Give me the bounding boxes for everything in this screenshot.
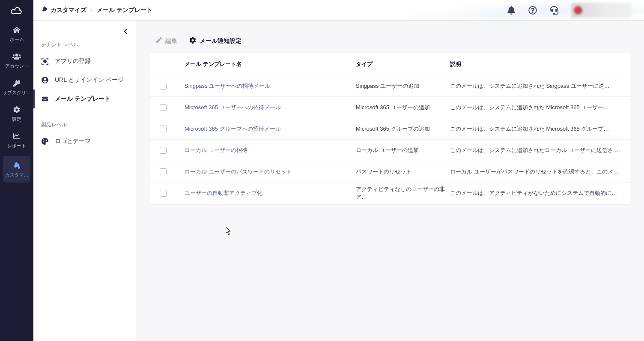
user-globe-icon <box>41 77 49 84</box>
table-row: ローカル ユーザーのパスワードのリセット パスワードのリセット ローカル ユーザ… <box>150 161 630 182</box>
panel-item-app-registration[interactable]: アプリの登録 <box>33 52 136 71</box>
template-type: Microsoft 365 グループの追加 <box>356 125 450 133</box>
mail-templates-table: メール テンプレート名 タイプ 説明 Singpass ユーザーへの招待メール … <box>150 53 630 204</box>
panel-section-tenant: テナント レベル <box>33 28 136 52</box>
user-avatar[interactable] <box>571 3 631 18</box>
brush-icon <box>13 162 20 170</box>
app-tile-icon <box>41 58 49 65</box>
panel-item-label: メール テンプレート <box>55 95 110 103</box>
nav-item-home[interactable]: ホーム <box>0 21 33 47</box>
palette-icon <box>41 138 49 145</box>
chart-icon <box>13 133 21 141</box>
table-row: ローカル ユーザーの招待 ローカル ユーザーの追加 このメールは、システムに追加… <box>150 140 630 161</box>
template-desc: このメールは、アクティビティがないためにシステムで自動的に非ア… <box>450 189 625 197</box>
mail-settings-button[interactable]: メール通知設定 <box>189 37 242 45</box>
panel-item-label: ロゴとテーマ <box>55 138 91 145</box>
toolbar: 編集 メール通知設定 <box>143 31 637 53</box>
side-panel: テナント レベル アプリの登録 URL とサインイン ページ メール テンプレー… <box>33 21 136 341</box>
nav-item-label: 設定 <box>12 116 21 123</box>
template-name-link[interactable]: Singpass ユーザーへの招待メール <box>185 82 356 90</box>
template-name-link[interactable]: ローカル ユーザーの招待 <box>185 147 356 154</box>
home-icon <box>13 27 21 34</box>
row-checkbox[interactable] <box>160 104 167 111</box>
template-name-link[interactable]: ローカル ユーザーのパスワードのリセット <box>185 168 356 176</box>
pencil-icon <box>156 37 162 45</box>
template-type: パスワードのリセット <box>356 168 450 176</box>
nav-rail: ホーム アカウント サブスクリ… 設定 レポート カスタマ… <box>0 0 33 341</box>
panel-item-label: URL とサインイン ページ <box>55 76 124 84</box>
nav-item-label: カスタマ… <box>5 172 29 178</box>
col-header-type: タイプ <box>356 60 450 68</box>
table-row: Microsoft 365 ユーザーへの招待メール Microsoft 365 … <box>150 97 630 118</box>
table-header: メール テンプレート名 タイプ 説明 <box>150 53 630 75</box>
bell-icon[interactable] <box>507 6 516 15</box>
template-type: アクティビティなしのユーザーの非ア… <box>356 185 450 201</box>
table-row: Microsoft 365 グループへの招待メール Microsoft 365 … <box>150 118 630 140</box>
breadcrumb-current: メール テンプレート <box>97 6 152 14</box>
gear-icon <box>189 37 196 45</box>
mail-settings-button-label: メール通知設定 <box>200 37 242 45</box>
nav-item-account[interactable]: アカウント <box>0 47 33 74</box>
table-row: Singpass ユーザーへの招待メール Singpass ユーザーの追加 この… <box>150 75 630 97</box>
mail-icon <box>41 96 49 102</box>
row-checkbox[interactable] <box>160 190 167 197</box>
header-icons <box>507 3 635 18</box>
col-header-name: メール テンプレート名 <box>185 60 356 68</box>
headset-icon[interactable] <box>550 6 558 15</box>
template-desc: このメールは、システムに追加されたローカル ユーザーに送信さ… <box>450 147 625 154</box>
col-header-desc: 説明 <box>450 60 625 68</box>
row-checkbox[interactable] <box>160 147 167 154</box>
main-content: 編集 メール通知設定 メール テンプレート名 タイプ 説明 Singpass ユ… <box>136 21 644 341</box>
table-row: ユーザーの自動非アクティブ化 アクティビティなしのユーザーの非ア… このメールは… <box>150 182 630 204</box>
breadcrumb-parent-label: カスタマイズ <box>51 6 86 14</box>
edit-button-label: 編集 <box>165 37 177 45</box>
panel-item-mail-template[interactable]: メール テンプレート <box>33 90 136 108</box>
template-desc: このメールは、システムに追加された Microsoft 365 ユーザー… <box>450 104 625 111</box>
help-icon[interactable] <box>528 6 537 15</box>
users-icon <box>12 53 21 61</box>
template-type: Microsoft 365 ユーザーの追加 <box>356 104 450 111</box>
breadcrumb-separator: / <box>91 7 92 14</box>
template-name-link[interactable]: Microsoft 365 ユーザーへの招待メール <box>185 104 356 111</box>
nav-item-label: ホーム <box>10 36 24 43</box>
nav-item-label: レポート <box>7 143 26 149</box>
key-icon <box>13 80 20 87</box>
brush-icon <box>42 6 48 14</box>
nav-item-customize[interactable]: カスタマ… <box>3 156 30 182</box>
template-desc: このメールは、システムに追加された Microsoft 365 グループ… <box>450 125 625 133</box>
template-name-link[interactable]: Microsoft 365 グループへの招待メール <box>185 125 356 133</box>
panel-item-logo-theme[interactable]: ロゴとテーマ <box>33 132 136 151</box>
panel-section-product: 製品レベル <box>33 108 136 132</box>
row-checkbox[interactable] <box>160 126 167 132</box>
gear-icon <box>13 106 20 114</box>
template-desc: ローカル ユーザーがパスワードのリセットを確認すると、このメール… <box>450 168 625 176</box>
row-checkbox[interactable] <box>160 168 167 175</box>
edit-button: 編集 <box>156 37 177 45</box>
app-logo <box>0 0 33 21</box>
panel-item-url-signin[interactable]: URL とサインイン ページ <box>33 71 136 90</box>
nav-item-label: サブスクリ… <box>3 90 31 96</box>
nav-item-settings[interactable]: 設定 <box>0 100 33 127</box>
template-name-link[interactable]: ユーザーの自動非アクティブ化 <box>185 189 356 197</box>
breadcrumb: カスタマイズ / メール テンプレート <box>42 6 507 14</box>
template-desc: このメールは、システムに追加された Singpass ユーザーに送… <box>450 82 625 90</box>
panel-collapse-button[interactable] <box>123 28 128 36</box>
panel-item-label: アプリの登録 <box>55 57 91 65</box>
nav-item-report[interactable]: レポート <box>0 127 33 153</box>
breadcrumb-parent[interactable]: カスタマイズ <box>42 6 86 14</box>
top-header: カスタマイズ / メール テンプレート <box>33 0 644 21</box>
nav-item-label: アカウント <box>5 63 29 69</box>
template-type: ローカル ユーザーの追加 <box>356 147 450 154</box>
template-type: Singpass ユーザーの追加 <box>356 82 450 90</box>
nav-item-subscription[interactable]: サブスクリ… <box>0 74 33 100</box>
avatar-dot <box>574 6 582 15</box>
row-checkbox[interactable] <box>160 83 167 90</box>
